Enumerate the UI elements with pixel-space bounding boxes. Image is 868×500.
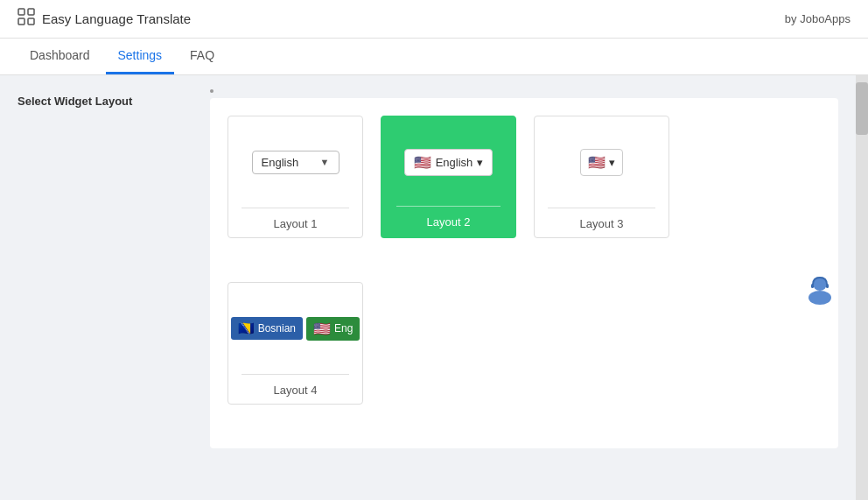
layout4-flag-bosnian: 🇧🇦 Bosnian: [231, 317, 303, 340]
main-content: Select Widget Layout English ▼ Layout 1: [0, 75, 868, 500]
layout4-flags-row: 🇧🇦 Bosnian 🇺🇸 Eng: [231, 317, 360, 341]
dot-indicator: [210, 89, 214, 93]
app-header: Easy Language Translate by JoboApps: [0, 0, 868, 39]
support-icon: [802, 270, 838, 306]
flag-bosnian-text: Bosnian: [258, 322, 296, 335]
header-left: Easy Language Translate: [18, 8, 191, 30]
layout-card-2[interactable]: 🇺🇸 English ▾ Layout 2: [381, 116, 516, 238]
scrollbar[interactable]: [856, 75, 868, 500]
svg-rect-2: [18, 18, 24, 25]
layout4-flag-english: 🇺🇸 Eng: [306, 317, 360, 341]
layout2-arrow: ▾: [477, 156, 483, 169]
layout4-preview: 🇧🇦 Bosnian 🇺🇸 Eng: [228, 283, 362, 374]
svg-rect-0: [18, 9, 24, 15]
layout3-label: Layout 3: [580, 208, 624, 237]
layout2-preview: 🇺🇸 English ▾: [383, 118, 514, 206]
layout2-flag: 🇺🇸: [414, 154, 431, 171]
nav-tabs: Dashboard Settings FAQ: [0, 39, 868, 75]
layout-card-1[interactable]: English ▼ Layout 1: [228, 116, 363, 238]
scrollbar-thumb[interactable]: [856, 82, 868, 135]
layout3-preview: 🇺🇸 ▾: [535, 116, 668, 208]
tab-dashboard[interactable]: Dashboard: [18, 39, 102, 74]
flag-english-text: Eng: [334, 322, 353, 335]
flag-us-icon: 🇺🇸: [313, 320, 331, 337]
widget-layout-container: English ▼ Layout 1 🇺🇸 English ▾ La: [210, 98, 838, 448]
tab-settings[interactable]: Settings: [106, 39, 175, 74]
layout-card-3[interactable]: 🇺🇸 ▾ Layout 3: [534, 116, 669, 238]
layout2-label: Layout 2: [427, 207, 471, 236]
sidebar: Select Widget Layout: [0, 75, 192, 500]
svg-rect-3: [28, 18, 34, 25]
layout3-arrow: ▾: [609, 156, 615, 169]
layout3-flag: 🇺🇸: [588, 154, 606, 171]
svg-rect-1: [28, 9, 34, 15]
flag-ba-icon: 🇧🇦: [238, 320, 255, 336]
sidebar-section-label: Select Widget Layout: [18, 95, 132, 108]
header-by-text: by JoboApps: [785, 12, 850, 25]
layout2-button: 🇺🇸 English ▾: [404, 149, 494, 176]
support-widget[interactable]: [802, 270, 838, 306]
layout4-label: Layout 4: [274, 375, 318, 404]
layout1-preview: English ▼: [228, 116, 362, 208]
layout1-text: English: [262, 156, 299, 169]
layout2-text: English: [436, 156, 473, 169]
layout-card-4[interactable]: 🇧🇦 Bosnian 🇺🇸 Eng Layout 4: [228, 282, 363, 405]
svg-point-5: [808, 291, 831, 305]
svg-rect-6: [811, 284, 814, 288]
app-title: Easy Language Translate: [42, 11, 191, 26]
layout3-button: 🇺🇸 ▾: [580, 149, 623, 176]
layout1-label: Layout 1: [274, 208, 318, 237]
tab-faq[interactable]: FAQ: [178, 39, 227, 74]
content-panel: English ▼ Layout 1 🇺🇸 English ▾ La: [192, 75, 856, 500]
layout1-dropdown: English ▼: [252, 151, 340, 174]
logo-icon: [18, 8, 35, 30]
layout1-arrow: ▼: [320, 157, 330, 167]
svg-rect-7: [826, 284, 829, 288]
